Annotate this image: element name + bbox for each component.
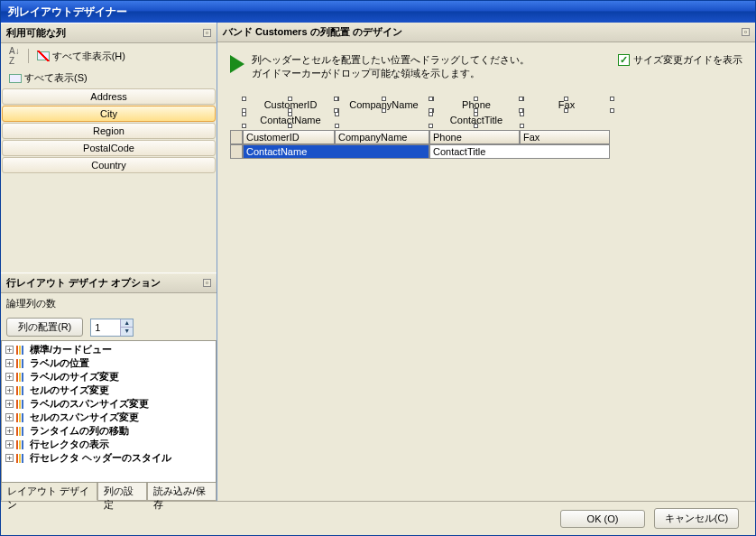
available-toolbar: A↓Z すべて非表示(H) xyxy=(1,43,217,69)
resize-handle[interactable] xyxy=(382,97,386,101)
layout-grid[interactable]: CustomerIDCompanyNamePhoneFaxContactName… xyxy=(230,130,742,159)
show-all-button[interactable]: すべて表示(S) xyxy=(6,70,90,86)
logical-cols-label: 論理列の数 xyxy=(6,297,56,310)
layout-cell[interactable]: Fax xyxy=(520,130,610,144)
available-column-item[interactable]: PostalCode xyxy=(2,140,216,156)
hide-all-button[interactable]: すべて非表示(H) xyxy=(34,49,128,64)
left-tab[interactable]: 列の設定 xyxy=(97,483,146,501)
layout-cell[interactable]: CustomerID xyxy=(243,130,335,144)
resize-handle[interactable] xyxy=(242,112,246,116)
resize-handle[interactable] xyxy=(564,97,568,101)
resize-handle[interactable] xyxy=(288,112,292,116)
resize-handle[interactable] xyxy=(335,124,339,128)
tree-item[interactable]: +ラベルのサイズ変更 xyxy=(4,370,214,384)
spinner-down-icon[interactable]: ▼ xyxy=(120,328,133,336)
resize-handle[interactable] xyxy=(474,112,478,116)
column-header-label[interactable]: ContactName xyxy=(244,115,337,125)
available-columns-list: AddressCityRegionPostalCodeCountry xyxy=(1,88,217,174)
checkbox-icon: ✓ xyxy=(618,54,630,66)
tree-item[interactable]: +セルのスパンサイズ変更 xyxy=(4,411,214,424)
available-column-item[interactable]: Address xyxy=(2,88,216,105)
resize-handle[interactable] xyxy=(520,112,524,116)
layout-cell[interactable]: Phone xyxy=(429,130,520,144)
spinner-up-icon[interactable]: ▲ xyxy=(120,319,133,328)
layout-grid-row: ContactNameContactTitle xyxy=(230,144,742,159)
expand-icon[interactable]: + xyxy=(5,440,14,448)
tree-item[interactable]: +ラベルのスパンサイズ変更 xyxy=(4,397,214,411)
tree-item[interactable]: +行セレクタの表示 xyxy=(4,438,214,451)
layout-cell[interactable]: ContactName xyxy=(243,144,429,159)
ok-button[interactable]: OK (O) xyxy=(560,510,645,528)
resize-handle[interactable] xyxy=(429,112,433,116)
expand-icon[interactable]: + xyxy=(5,386,14,394)
resize-handle[interactable] xyxy=(288,124,292,128)
pin-icon[interactable]: ▫ xyxy=(742,28,750,36)
left-tabs: レイアウト デザイン列の設定読み込み/保存 xyxy=(1,483,217,501)
resize-handle[interactable] xyxy=(242,124,246,128)
expand-icon[interactable]: + xyxy=(5,413,14,421)
expand-icon[interactable]: + xyxy=(5,346,14,354)
resize-handle[interactable] xyxy=(334,97,338,101)
toolbar-divider xyxy=(28,49,29,63)
column-header-label[interactable]: CompanyName xyxy=(337,99,431,110)
tree-item-label: セルのサイズ変更 xyxy=(30,384,109,397)
resize-handle[interactable] xyxy=(610,97,614,101)
tree-node-icon xyxy=(16,440,27,449)
logical-cols-spinner[interactable]: ▲ ▼ xyxy=(90,319,134,337)
design-surface[interactable]: CustomerIDCompanyNamePhoneFaxContactName… xyxy=(230,99,742,189)
available-column-item[interactable]: Country xyxy=(2,157,216,173)
resize-handle[interactable] xyxy=(335,112,339,116)
logical-cols-input[interactable] xyxy=(91,319,120,336)
resize-handle[interactable] xyxy=(519,97,523,101)
row-selector[interactable] xyxy=(230,144,243,159)
instruction-text: 列ヘッダーとセルを配置したい位置へドラッグしてください。 ガイドマーカーがドロッ… xyxy=(252,53,611,81)
tree-item[interactable]: +ラベルの位置 xyxy=(4,356,214,370)
show-all-label: すべて表示(S) xyxy=(24,71,88,85)
resize-handle[interactable] xyxy=(288,97,292,101)
available-column-item[interactable]: Region xyxy=(2,123,216,139)
options-title: 行レイアウト デザイナ オプション xyxy=(6,276,161,290)
options-tree: +標準/カードビュー+ラベルの位置+ラベルのサイズ変更+セルのサイズ変更+ラベル… xyxy=(1,340,217,483)
left-tab[interactable]: 読み込み/保存 xyxy=(147,483,217,501)
expand-icon[interactable]: + xyxy=(5,359,14,367)
layout-cell[interactable]: ContactTitle xyxy=(429,144,610,159)
tree-item[interactable]: +ランタイムの列の移動 xyxy=(4,424,214,438)
sort-button[interactable]: A↓Z xyxy=(6,45,23,67)
resize-handle[interactable] xyxy=(564,108,568,113)
tree-item-label: セルのスパンサイズ変更 xyxy=(30,411,139,424)
resize-handle[interactable] xyxy=(382,108,386,113)
layout-grid-row: CustomerIDCompanyNamePhoneFax xyxy=(230,130,742,144)
tree-item-label: ラベルのスパンサイズ変更 xyxy=(30,397,149,411)
pin-icon[interactable]: ▫ xyxy=(203,29,211,37)
column-header-label[interactable]: CustomerID xyxy=(244,99,337,110)
floating-header-labels: CustomerIDCompanyNamePhoneFaxContactName… xyxy=(230,99,742,130)
resize-handle[interactable] xyxy=(520,124,524,128)
arrange-columns-button[interactable]: 列の配置(R) xyxy=(6,318,83,337)
column-header-label[interactable]: Fax xyxy=(521,99,612,110)
expand-icon[interactable]: + xyxy=(5,373,14,381)
left-tab[interactable]: レイアウト デザイン xyxy=(1,483,97,501)
tree-item[interactable]: +セルのサイズ変更 xyxy=(4,384,214,397)
available-column-item[interactable]: City xyxy=(2,106,216,122)
pin-icon[interactable]: ▫ xyxy=(203,279,211,287)
column-header-label[interactable]: Phone xyxy=(431,99,521,110)
tree-item[interactable]: +行セレクタ ヘッダーのスタイル xyxy=(4,451,214,465)
available-columns-header: 利用可能な列 ▫ xyxy=(1,23,217,43)
resize-handle[interactable] xyxy=(429,124,433,128)
resize-handle[interactable] xyxy=(242,97,246,101)
resize-handle[interactable] xyxy=(610,108,614,113)
layout-cell[interactable]: CompanyName xyxy=(335,130,429,144)
resize-handle[interactable] xyxy=(474,124,478,128)
tree-node-icon xyxy=(16,359,27,368)
instruction-row: 列ヘッダーとセルを配置したい位置へドラッグしてください。 ガイドマーカーがドロッ… xyxy=(217,42,755,92)
expand-icon[interactable]: + xyxy=(5,427,14,435)
guide-checkbox-wrap[interactable]: ✓ サイズ変更ガイドを表示 xyxy=(618,53,742,67)
cancel-button[interactable]: キャンセル(C) xyxy=(654,508,739,529)
expand-icon[interactable]: + xyxy=(5,454,14,462)
resize-handle[interactable] xyxy=(429,97,433,101)
resize-handle[interactable] xyxy=(474,97,478,101)
column-header-label[interactable]: ContactTitle xyxy=(431,115,521,125)
row-selector[interactable] xyxy=(230,130,243,144)
expand-icon[interactable]: + xyxy=(5,400,14,408)
tree-item[interactable]: +標準/カードビュー xyxy=(4,343,214,356)
